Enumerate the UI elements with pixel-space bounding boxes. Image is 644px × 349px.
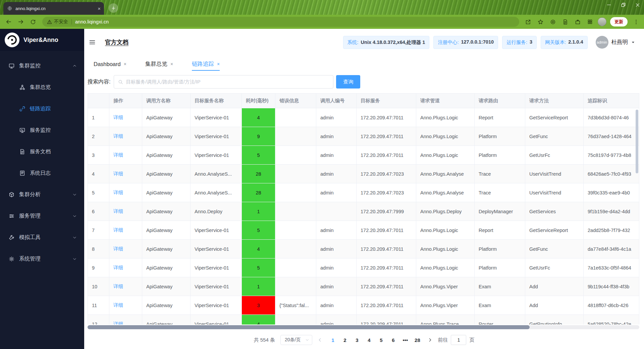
detail-link[interactable]: 详细: [113, 283, 123, 290]
detail-link[interactable]: 详细: [113, 208, 123, 215]
page-size-select[interactable]: 20条/页: [280, 335, 312, 345]
badge-label: 运行服务:: [506, 39, 527, 46]
content-tab-trace[interactable]: 链路追踪×: [192, 56, 220, 72]
page-number-2[interactable]: 2: [340, 335, 350, 345]
tab-close-icon[interactable]: ×: [98, 6, 101, 11]
sidebar-item-service-docs[interactable]: 服务文档: [0, 141, 84, 162]
extensions-puzzle-icon[interactable]: [573, 17, 582, 26]
sidebar-item-service-manage[interactable]: 服务管理: [0, 205, 84, 227]
request-method: Add: [525, 296, 584, 315]
content-tab-cluster-overview[interactable]: 集群总览×: [145, 56, 173, 72]
sidebar-item-system-manage[interactable]: 系统管理: [0, 248, 84, 270]
search-bar: 搜索内容: 查询: [84, 72, 644, 93]
new-tab-button[interactable]: [109, 3, 118, 13]
extension-circle-icon[interactable]: [548, 17, 557, 26]
sidebar-item-trace[interactable]: 链路追踪: [0, 98, 84, 119]
url-field[interactable]: 不安全 anno.liqingxi.cn: [42, 17, 519, 27]
trace-id: 5a628520-78bc-42e: [584, 315, 639, 325]
trace-id: 7a1e633c-0f5f-4864: [584, 258, 639, 277]
page-number-3[interactable]: 3: [352, 335, 362, 345]
analyse-icon: [9, 192, 14, 197]
share-icon[interactable]: [523, 17, 533, 26]
page-number-5[interactable]: 5: [376, 335, 386, 345]
sidebar-item-cluster-monitor[interactable]: 集群监控: [0, 55, 84, 76]
window-minimize-icon[interactable]: [606, 2, 611, 7]
browser-tab[interactable]: anno.liqingxi.cn ×: [3, 2, 104, 15]
tab-groups-icon[interactable]: [585, 17, 595, 26]
sidebar-item-mock-tools[interactable]: 模拟工具: [0, 227, 84, 248]
trace-id: 75c8197d-9773-4b8: [584, 146, 639, 165]
page-ellipsis[interactable]: •••: [400, 335, 410, 345]
detail-link[interactable]: 详细: [113, 189, 123, 196]
page-tabs: Dashboard×集群总览×链路追踪×: [84, 56, 644, 72]
official-docs-link[interactable]: 官方文档: [105, 38, 128, 46]
target-service-name: ViperService-01: [191, 240, 242, 258]
page-number-4[interactable]: 4: [364, 335, 374, 345]
detail-link[interactable]: 详细: [113, 114, 123, 121]
caller-user: admin: [316, 258, 357, 277]
page-number-1[interactable]: 1: [328, 335, 338, 345]
sidebar-item-cluster-overview[interactable]: 集群总览: [0, 76, 84, 98]
detail-link[interactable]: 详细: [113, 265, 123, 271]
operation-cell: 详细: [109, 108, 142, 127]
back-icon[interactable]: [3, 16, 14, 27]
page-number-28[interactable]: 28: [412, 335, 422, 345]
tab-close-icon[interactable]: ×: [170, 61, 173, 67]
prev-page-icon[interactable]: [318, 338, 322, 342]
request-pipeline: Anno.Plugs.Logic: [416, 240, 475, 258]
goto-page-input[interactable]: [451, 335, 466, 345]
user-name: 杜燕明: [611, 39, 628, 46]
search-input[interactable]: [126, 79, 329, 84]
vertical-scrollbar-thumb[interactable]: [636, 110, 638, 173]
bookmark-star-icon[interactable]: [536, 17, 545, 26]
target-service-name: ViperService-01: [191, 146, 242, 165]
detail-link[interactable]: 详细: [113, 152, 123, 158]
next-page-icon[interactable]: [428, 338, 432, 342]
target-service-name: Anno.AnalyseS...: [191, 165, 242, 183]
window-close-icon[interactable]: [635, 3, 640, 7]
update-button[interactable]: 更新: [610, 17, 628, 26]
sidebar-item-label: 服务管理: [19, 213, 41, 220]
forward-icon[interactable]: [15, 16, 26, 27]
detail-link[interactable]: 详细: [113, 227, 123, 233]
user-chip[interactable]: admin 杜燕明: [596, 36, 636, 49]
row-index: 8: [88, 240, 109, 258]
sidebar-item-system-logs[interactable]: 系统日志: [0, 162, 84, 184]
target-service-name: Anno.AnalyseS...: [191, 183, 242, 202]
tab-close-icon[interactable]: ×: [124, 61, 126, 67]
data-table: 操作调用方名称目标服务名称耗时(毫秒)错误信息调用人编号目标服务请求管道请求路由…: [88, 93, 639, 325]
search-label: 搜索内容:: [88, 78, 110, 85]
request-route: Exam: [475, 277, 525, 296]
query-button[interactable]: 查询: [336, 75, 360, 89]
trace-id: 9f1b159e-d4a2-4dd: [584, 202, 639, 221]
tab-close-icon[interactable]: ×: [217, 61, 220, 67]
column-header-8: 请求管道: [416, 94, 475, 108]
window-restore-icon[interactable]: [621, 2, 626, 7]
detail-link[interactable]: 详细: [113, 246, 123, 252]
reload-icon[interactable]: [28, 16, 38, 27]
operation-cell: 详细: [109, 221, 142, 240]
column-header-7: 目标服务: [357, 94, 416, 108]
detail-link[interactable]: 详细: [113, 302, 123, 308]
extension-doc-icon[interactable]: [560, 17, 570, 26]
browser-menu-icon[interactable]: [631, 17, 641, 26]
table-row-6: 6详细ApiGatewayAnno.Deploy1172.20.209.47:7…: [88, 202, 639, 221]
sidebar-item-cluster-analysis[interactable]: 集群分析: [0, 184, 84, 205]
hamburger-icon[interactable]: [89, 39, 96, 46]
goto-unit-label: 页: [469, 337, 474, 343]
elapsed-ms-cell: 1: [242, 202, 275, 221]
sidebar-item-label: 集群分析: [19, 191, 41, 198]
detail-link[interactable]: 详细: [113, 321, 123, 325]
horizontal-scrollbar-thumb[interactable]: [88, 325, 530, 329]
detail-link[interactable]: 详细: [113, 171, 123, 177]
detail-link[interactable]: 详细: [113, 133, 123, 139]
column-header-9: 请求路由: [475, 94, 525, 108]
content-tab-dashboard[interactable]: Dashboard×: [94, 56, 126, 72]
error-info: {"Status":fal...: [275, 296, 316, 315]
request-route: Platform: [475, 146, 525, 165]
badge-value: 2.1.0.4: [568, 39, 583, 46]
browser-profile-avatar[interactable]: [598, 17, 606, 26]
page-number-6[interactable]: 6: [388, 335, 398, 345]
table-row-12: 12详细ApiGatewayViperService-014admin172.2…: [88, 315, 639, 325]
sidebar-item-service-monitor[interactable]: 服务监控: [0, 119, 84, 141]
